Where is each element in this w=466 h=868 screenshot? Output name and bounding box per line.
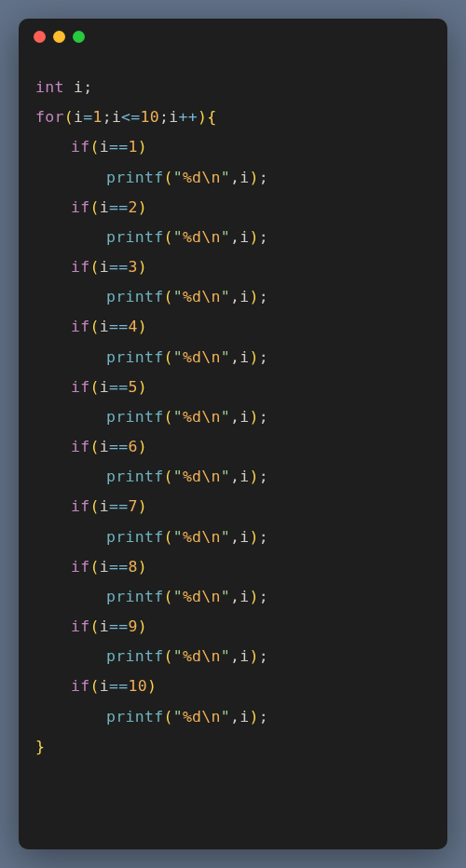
- comma: ,: [230, 588, 240, 605]
- lparen: (: [163, 408, 172, 426]
- rparen: ): [250, 408, 259, 426]
- lparen: (: [163, 288, 172, 305]
- if-keyword: if: [71, 558, 89, 576]
- code-line: printf("%d\n",i);: [35, 402, 431, 432]
- comma: ,: [230, 468, 240, 485]
- var-i: i: [100, 677, 109, 695]
- maximize-icon[interactable]: [73, 31, 85, 43]
- comma: ,: [230, 647, 240, 665]
- type-keyword: int: [35, 78, 64, 96]
- lparen: (: [163, 708, 172, 726]
- if-keyword: if: [71, 198, 89, 216]
- semicolon: ;: [259, 228, 268, 246]
- code-line: printf("%d\n",i);: [35, 702, 431, 732]
- lparen: (: [89, 497, 99, 515]
- var-i: i: [74, 78, 83, 96]
- var-i: i: [240, 288, 249, 305]
- str-quote: ": [221, 348, 230, 366]
- lparen: (: [89, 138, 99, 156]
- rparen: ): [138, 318, 147, 335]
- eq-op: ==: [109, 138, 128, 156]
- str-quote: ": [173, 588, 183, 605]
- code-block: int i;for(i=1;i<=10;i++){if(i==1)printf(…: [19, 54, 447, 780]
- num-literal: 4: [128, 318, 137, 335]
- str-quote: ": [173, 647, 183, 665]
- eq-op: ==: [109, 497, 128, 515]
- lparen: (: [89, 198, 99, 216]
- printf-fn: printf: [106, 468, 163, 485]
- if-keyword: if: [71, 258, 89, 276]
- var-i: i: [74, 108, 83, 126]
- rparen: ): [250, 528, 259, 546]
- num-literal: 3: [128, 258, 137, 276]
- lbrace: {: [207, 108, 216, 126]
- code-line: printf("%d\n",i);: [35, 343, 431, 373]
- close-icon[interactable]: [34, 31, 46, 43]
- eq-op: ==: [109, 617, 128, 635]
- num-literal: 10: [128, 677, 146, 695]
- fmt-specifier: %d: [183, 169, 201, 186]
- fmt-specifier: %d: [183, 647, 201, 665]
- printf-fn: printf: [106, 228, 163, 246]
- code-line: if(i==3): [35, 252, 431, 282]
- rparen: ): [250, 228, 259, 246]
- str-quote: ": [221, 288, 230, 305]
- escape-nl: \n: [201, 408, 220, 426]
- num-literal: 6: [128, 438, 137, 455]
- escape-nl: \n: [201, 348, 220, 366]
- comma: ,: [230, 528, 240, 546]
- comma: ,: [230, 228, 240, 246]
- code-line: if(i==5): [35, 373, 431, 402]
- var-i: i: [240, 408, 249, 426]
- semicolon: ;: [259, 708, 268, 726]
- lparen: (: [89, 558, 99, 576]
- printf-fn: printf: [106, 169, 163, 186]
- if-keyword: if: [71, 138, 89, 156]
- code-window: int i;for(i=1;i<=10;i++){if(i==1)printf(…: [19, 19, 447, 849]
- escape-nl: \n: [201, 708, 220, 726]
- lparen: (: [163, 468, 172, 485]
- fmt-specifier: %d: [183, 588, 201, 605]
- var-i: i: [240, 647, 249, 665]
- escape-nl: \n: [201, 228, 220, 246]
- num-literal: 7: [128, 497, 137, 515]
- semicolon: ;: [259, 468, 268, 485]
- semicolon: ;: [259, 528, 268, 546]
- comma: ,: [230, 288, 240, 305]
- rparen: ): [250, 468, 259, 485]
- lparen: (: [89, 438, 99, 455]
- num-literal: 1: [92, 108, 102, 126]
- semicolon: ;: [259, 408, 268, 426]
- if-keyword: if: [71, 438, 89, 455]
- var-i: i: [240, 708, 249, 726]
- rparen: ): [138, 558, 147, 576]
- printf-fn: printf: [106, 528, 163, 546]
- for-keyword: for: [35, 108, 64, 126]
- num-literal: 10: [141, 108, 159, 126]
- minimize-icon[interactable]: [53, 31, 65, 43]
- if-keyword: if: [71, 497, 89, 515]
- var-i: i: [100, 617, 109, 635]
- str-quote: ": [221, 647, 230, 665]
- semicolon: ;: [259, 288, 268, 305]
- str-quote: ": [173, 528, 183, 546]
- str-quote: ": [173, 408, 183, 426]
- eq-op: ==: [109, 258, 128, 276]
- code-line: if(i==4): [35, 312, 431, 342]
- if-keyword: if: [71, 378, 89, 396]
- fmt-specifier: %d: [183, 228, 201, 246]
- fmt-specifier: %d: [183, 708, 201, 726]
- inc-op: ++: [179, 108, 198, 126]
- num-literal: 9: [128, 617, 137, 635]
- var-i: i: [100, 138, 109, 156]
- var-i: i: [100, 258, 109, 276]
- str-quote: ": [173, 468, 183, 485]
- rparen: ): [138, 617, 147, 635]
- eq-op: ==: [109, 558, 128, 576]
- comma: ,: [230, 408, 240, 426]
- fmt-specifier: %d: [183, 528, 201, 546]
- escape-nl: \n: [201, 647, 220, 665]
- str-quote: ": [173, 228, 183, 246]
- str-quote: ": [221, 708, 230, 726]
- lparen: (: [89, 378, 99, 396]
